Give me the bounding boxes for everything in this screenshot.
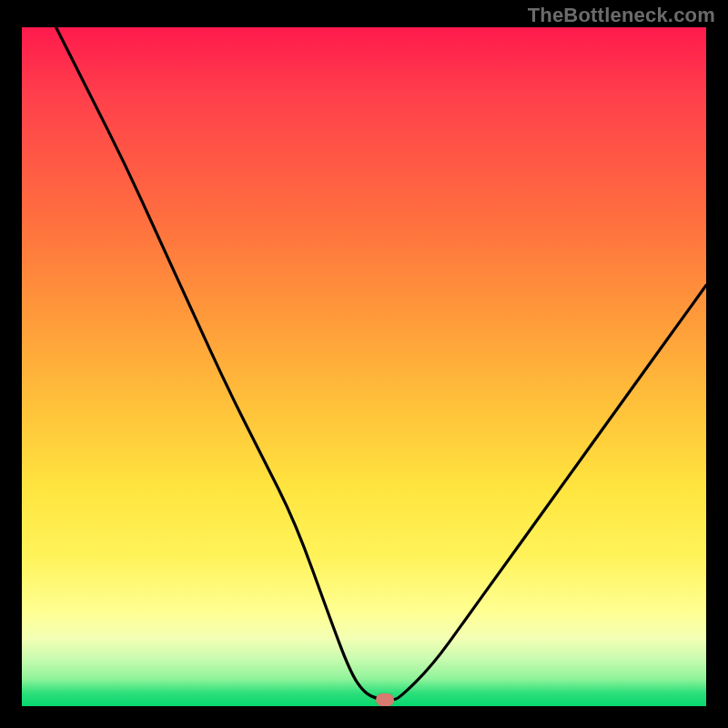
plot-area bbox=[22, 27, 706, 706]
optimal-marker bbox=[376, 693, 394, 706]
chart-container: TheBottleneck.com bbox=[0, 0, 728, 728]
watermark-text: TheBottleneck.com bbox=[528, 4, 715, 27]
curve-svg bbox=[22, 27, 706, 706]
bottleneck-curve bbox=[56, 27, 706, 700]
